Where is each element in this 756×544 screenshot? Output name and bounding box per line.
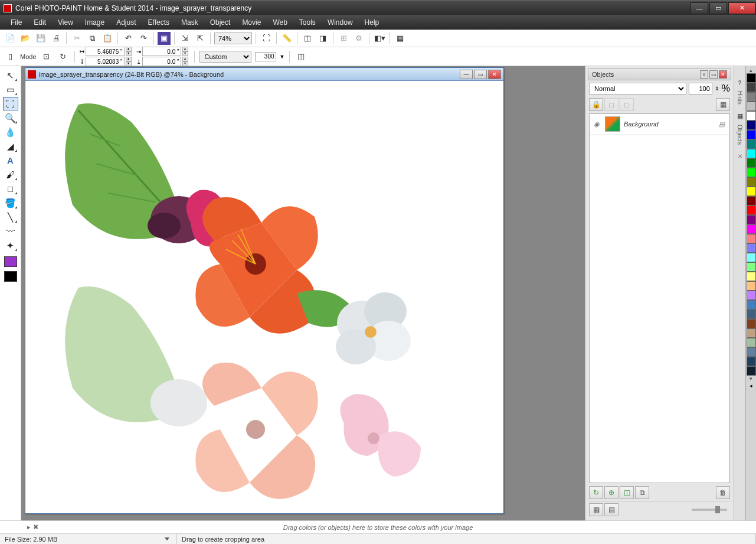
height-down[interactable]: ▾ bbox=[126, 61, 132, 66]
workspace[interactable]: image_sprayer_transparency (24-Bit RGB) … bbox=[21, 66, 585, 520]
color-swatch[interactable] bbox=[747, 224, 756, 234]
brush-tool[interactable]: 🖌 bbox=[3, 168, 18, 181]
menu-edit[interactable]: Edit bbox=[28, 17, 52, 28]
dpi-dropdown-icon[interactable]: ▼ bbox=[280, 54, 285, 60]
import-button[interactable]: ▣ bbox=[158, 32, 171, 45]
blend-mode-select[interactable]: Normal bbox=[589, 83, 686, 95]
menu-window[interactable]: Window bbox=[322, 17, 359, 28]
foreground-color[interactable] bbox=[4, 256, 17, 267]
zoom-level-select[interactable]: 74% bbox=[214, 32, 252, 44]
effect-tool[interactable]: ✦ bbox=[3, 239, 18, 252]
eraser-tool[interactable]: ◢ bbox=[3, 139, 18, 153]
menu-help[interactable]: Help bbox=[359, 17, 385, 28]
mode-button[interactable]: ⊡ bbox=[40, 50, 53, 63]
text-tool[interactable]: A bbox=[3, 154, 18, 167]
width-input[interactable] bbox=[86, 47, 125, 56]
color-swatch[interactable] bbox=[747, 319, 756, 328]
document-titlebar[interactable]: image_sprayer_transparency (24-Bit RGB) … bbox=[25, 68, 503, 81]
color-swatch[interactable] bbox=[747, 272, 756, 281]
dx-up[interactable]: ▴ bbox=[182, 47, 188, 51]
lock-button[interactable]: ◻ bbox=[604, 98, 618, 111]
menu-tools[interactable]: Tools bbox=[293, 17, 322, 28]
export-button[interactable]: ⇲ bbox=[178, 32, 191, 45]
zoom-tool[interactable]: 🔍 bbox=[3, 111, 18, 125]
palette-up-arrow[interactable]: ▴ bbox=[746, 67, 756, 73]
refresh-button[interactable]: ↻ bbox=[57, 50, 70, 63]
color-swatch[interactable] bbox=[747, 73, 756, 83]
color-swatch[interactable] bbox=[747, 83, 756, 92]
menu-web[interactable]: Web bbox=[267, 17, 293, 28]
minimize-button[interactable]: — bbox=[690, 2, 708, 14]
dx-input[interactable] bbox=[142, 47, 181, 56]
color-swatch[interactable] bbox=[747, 92, 756, 102]
app-launcher-button[interactable]: ▦ bbox=[394, 32, 407, 45]
color-swatch[interactable] bbox=[747, 328, 756, 338]
menu-view[interactable]: View bbox=[52, 17, 79, 28]
preset-select[interactable]: Custom bbox=[199, 51, 251, 63]
pick-tool[interactable]: ↖ bbox=[3, 69, 18, 82]
color-swatch[interactable] bbox=[747, 149, 756, 158]
thumbnail-size-button[interactable]: ▦ bbox=[589, 503, 603, 516]
print-button[interactable]: 🖨 bbox=[50, 32, 63, 45]
width-down[interactable]: ▾ bbox=[126, 51, 132, 56]
layer-list[interactable]: ◉ Background ▤ bbox=[589, 113, 730, 483]
color-swatch[interactable] bbox=[747, 120, 756, 130]
visibility-toggle-icon[interactable]: ◉ bbox=[592, 120, 601, 128]
tab-objects[interactable]: Objects bbox=[735, 121, 744, 148]
background-color[interactable] bbox=[4, 271, 17, 282]
fill-tool[interactable]: 🪣 bbox=[3, 196, 18, 210]
eyedropper-tool[interactable]: 💧 bbox=[3, 125, 18, 139]
menu-effects[interactable]: Effects bbox=[142, 17, 175, 28]
doc-minimize-button[interactable]: — bbox=[460, 70, 473, 79]
orientation-button[interactable]: ▯ bbox=[4, 50, 17, 63]
open-button[interactable]: 📂 bbox=[19, 32, 32, 45]
palette-flyout-icon[interactable]: ◂ bbox=[746, 383, 756, 389]
color-swatch[interactable] bbox=[747, 102, 756, 111]
delete-object-button[interactable]: 🗑 bbox=[716, 486, 730, 499]
dy-input[interactable] bbox=[142, 57, 181, 66]
crop-tool[interactable]: ⛶ bbox=[3, 97, 18, 110]
menu-adjust[interactable]: Adjust bbox=[110, 17, 142, 28]
document-canvas[interactable] bbox=[25, 81, 503, 513]
clip-button[interactable]: ◻ bbox=[620, 98, 634, 111]
path-tool[interactable]: 〰 bbox=[3, 224, 18, 238]
color-swatch[interactable] bbox=[747, 187, 756, 196]
height-input[interactable] bbox=[86, 57, 125, 66]
color-swatch[interactable] bbox=[747, 338, 756, 347]
dx-down[interactable]: ▾ bbox=[182, 51, 188, 56]
menu-file[interactable]: File bbox=[5, 17, 28, 28]
color-swatch[interactable] bbox=[747, 262, 756, 272]
color-swatch[interactable] bbox=[747, 253, 756, 262]
palette-maximize-button[interactable]: ▭ bbox=[709, 70, 718, 79]
show-rulers-button[interactable]: 📏 bbox=[280, 32, 293, 45]
dy-up[interactable]: ▴ bbox=[182, 57, 188, 61]
objects-icon[interactable]: ▦ bbox=[735, 112, 745, 121]
snap-button[interactable]: ⊞ bbox=[337, 32, 350, 45]
palette-collapse-button[interactable]: » bbox=[700, 70, 708, 79]
new-button[interactable]: 📄 bbox=[4, 32, 17, 45]
doc-maximize-button[interactable]: ▭ bbox=[474, 70, 487, 79]
document-tray[interactable]: ▸ ✖ Drag colors (or objects) here to sto… bbox=[0, 520, 756, 533]
new-group-button[interactable]: ⊕ bbox=[604, 486, 618, 499]
layer-row-background[interactable]: ◉ Background ▤ bbox=[590, 114, 729, 135]
zoom-slider[interactable] bbox=[692, 509, 727, 511]
palette-titlebar[interactable]: Objects » ▭ ✕ bbox=[588, 69, 731, 80]
redo-button[interactable]: ↷ bbox=[137, 32, 150, 45]
menu-movie[interactable]: Movie bbox=[236, 17, 267, 28]
status-dropdown-icon[interactable] bbox=[165, 538, 169, 540]
menu-image[interactable]: Image bbox=[79, 17, 110, 28]
resample-button[interactable]: ◫ bbox=[294, 50, 307, 63]
color-swatch[interactable] bbox=[747, 177, 756, 187]
lock-transparency-button[interactable]: 🔒 bbox=[589, 98, 603, 111]
color-swatch[interactable] bbox=[747, 139, 756, 149]
fullscreen-button[interactable]: ⛶ bbox=[260, 32, 273, 45]
color-swatch[interactable] bbox=[747, 357, 756, 366]
line-tool[interactable]: ╲ bbox=[3, 210, 18, 224]
color-swatch[interactable] bbox=[747, 310, 756, 319]
pin-icon[interactable]: ✖ bbox=[33, 523, 38, 531]
opacity-stepper-icon[interactable]: ⇕ bbox=[715, 86, 719, 92]
combine-button[interactable]: ⧉ bbox=[635, 486, 649, 499]
color-swatch[interactable] bbox=[747, 243, 756, 253]
rectangle-tool[interactable]: □ bbox=[3, 182, 18, 196]
color-swatch[interactable] bbox=[747, 291, 756, 300]
